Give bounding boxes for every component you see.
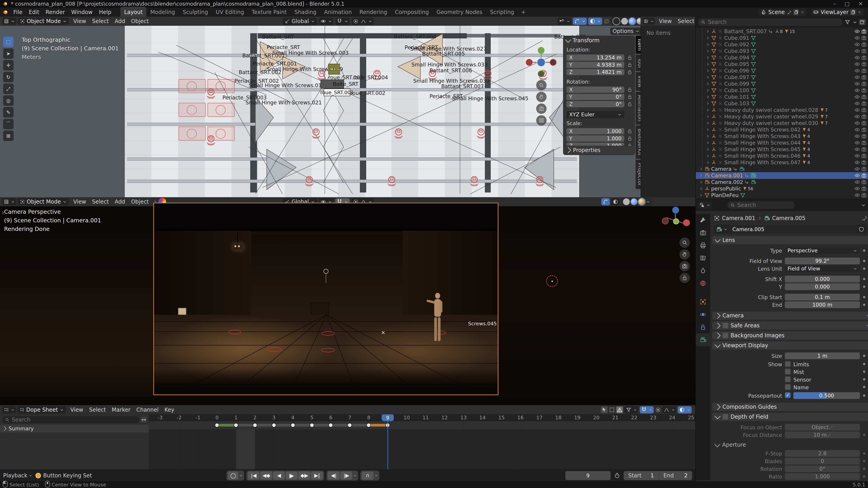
workspace-tab-modeling[interactable]: Modeling — [147, 7, 179, 18]
outliner-row[interactable]: Cube.100 — [696, 87, 868, 94]
lock-icon[interactable] — [627, 69, 632, 75]
animate-dot[interactable] — [863, 286, 865, 288]
disable-render-icon[interactable] — [861, 160, 867, 165]
shading-solid-button[interactable] — [623, 198, 630, 205]
editor-type-button[interactable] — [2, 198, 16, 205]
shading-rendered-button[interactable] — [638, 198, 645, 205]
datablock-type-button[interactable] — [714, 225, 730, 234]
outliner-row[interactable]: Battant_SRT.007815 — [696, 28, 868, 35]
snap-toggle[interactable] — [335, 18, 350, 25]
workspace-tab-layout[interactable]: Layout — [121, 7, 146, 18]
camera-frame[interactable]: ✕ Screws.045 — [153, 203, 498, 395]
sidebar-tab-projector[interactable]: Projector — [636, 160, 641, 189]
field-end[interactable]: 1000 m — [785, 301, 860, 308]
panel-checkbox[interactable] — [722, 414, 728, 420]
checkbox-mist[interactable] — [785, 369, 791, 375]
passepartout-checkbox[interactable]: ✓ — [785, 392, 791, 398]
hide-viewport-icon[interactable] — [855, 121, 860, 126]
plan-canvas[interactable]: Battant_SRTPeriacte_SRTSmall Hinge With … — [125, 26, 579, 197]
play-button[interactable]: ▶ — [286, 471, 298, 480]
navigation-gizmo[interactable] — [662, 207, 689, 235]
outliner-row[interactable]: Cube.103 — [696, 100, 868, 107]
tool-scale-button[interactable]: ⤢ — [3, 84, 13, 94]
prev-keyframe-button[interactable]: ◀◆ — [260, 471, 272, 480]
new-collection-icon[interactable] — [859, 19, 866, 25]
lock-icon[interactable] — [627, 87, 632, 92]
panel-header-lens[interactable]: Lens⠿ — [712, 236, 868, 245]
overlays-toggle[interactable] — [611, 198, 620, 205]
animate-dot[interactable] — [863, 434, 865, 436]
rotation-mode-dropdown[interactable]: XYZ Euler — [566, 111, 624, 118]
outliner-row[interactable]: PlanDeFeu — [696, 192, 868, 198]
hide-viewport-icon[interactable] — [855, 114, 860, 119]
breadcrumb-object[interactable]: Camera.001 — [722, 215, 755, 221]
properties-tab-physics[interactable] — [696, 308, 710, 321]
filter-range-icon[interactable] — [141, 417, 147, 423]
properties-search[interactable] — [727, 201, 795, 209]
animate-dot[interactable] — [863, 304, 865, 306]
menu-file[interactable]: File — [10, 8, 25, 16]
use-preview-range-icon[interactable] — [614, 473, 620, 479]
outliner-row[interactable]: Heavy duty swivel caster wheel.0307 — [696, 120, 868, 127]
lock-icon[interactable] — [627, 55, 632, 60]
box-select-icon[interactable] — [609, 407, 615, 413]
current-frame-tag[interactable]: 9 — [381, 414, 394, 421]
outliner-row[interactable]: Camera.002 — [696, 179, 868, 186]
disable-render-icon[interactable] — [861, 140, 867, 145]
disable-render-icon[interactable] — [861, 61, 867, 67]
animate-dot[interactable] — [863, 452, 865, 455]
outliner-row[interactable]: Camera.001 — [696, 172, 868, 179]
sidebar-tab-animation[interactable]: Animation — [636, 92, 641, 125]
disable-render-icon[interactable] — [861, 180, 867, 185]
properties-tab-tool[interactable] — [696, 214, 710, 226]
pin-icon[interactable] — [862, 215, 868, 221]
field-field-of-view[interactable]: 99.2° — [785, 258, 860, 264]
checkbox-name[interactable] — [785, 384, 791, 390]
panel-header-depth-of-field[interactable]: Depth of Field⠿ — [712, 413, 868, 421]
gizmo-z-axis[interactable] — [537, 58, 546, 67]
workspace-tab-animation[interactable]: Animation — [320, 7, 355, 18]
outliner-row[interactable]: Small Hinge With Screws.0444 — [696, 139, 868, 146]
next-keyframe-button[interactable]: ◆▶ — [298, 471, 310, 480]
collapse-icon[interactable] — [565, 37, 571, 43]
outliner-row[interactable]: Cube.099 — [696, 80, 868, 87]
mode-selector[interactable]: Object Mode — [18, 18, 69, 25]
animate-dot[interactable] — [863, 378, 865, 381]
animate-dot[interactable] — [863, 260, 865, 262]
tool-rotate-button[interactable]: ↻ — [3, 72, 13, 82]
menu-select[interactable]: Select — [675, 18, 698, 25]
frame-ruler[interactable]: -7-6-5-4-3-2-101234567891011121314151617… — [149, 414, 695, 421]
lock-view-button[interactable] — [680, 273, 690, 283]
properties-editor-type[interactable] — [698, 201, 712, 209]
transform-scale-y[interactable]: Y1.000 — [566, 135, 624, 142]
gizmo-x-neg[interactable] — [550, 59, 557, 66]
panel-checkbox[interactable] — [722, 323, 728, 328]
menu-window[interactable]: Window — [68, 8, 96, 16]
field-clip-start[interactable]: 0.1 m — [785, 294, 860, 300]
field-size[interactable]: 1 m — [785, 352, 860, 359]
disable-render-icon[interactable] — [861, 88, 867, 93]
presets-icon[interactable]: ⫧⫨ — [867, 323, 868, 328]
panel-header-composition-guides[interactable]: Composition Guides⠿ — [712, 402, 868, 411]
sidebar-tab-tool[interactable]: Tool — [636, 55, 641, 71]
hide-viewport-icon[interactable] — [855, 61, 860, 67]
properties-search-input[interactable] — [737, 202, 792, 208]
lock-icon[interactable] — [627, 62, 632, 68]
shading-wireframe-button[interactable] — [613, 18, 620, 25]
disable-render-icon[interactable] — [861, 133, 867, 139]
animate-dot[interactable] — [863, 370, 865, 373]
lock-icon[interactable] — [627, 94, 632, 100]
transform-location-x[interactable]: X13.254 m — [566, 55, 624, 61]
proportional-icon[interactable] — [655, 407, 661, 413]
outliner-row[interactable]: Small Hinge With Screws.0474 — [696, 159, 868, 166]
close-button[interactable]: ✕ — [855, 0, 866, 8]
hide-viewport-icon[interactable] — [855, 88, 860, 93]
tool-measure-button[interactable]: ⌒ — [3, 119, 13, 129]
shading-material-button[interactable] — [631, 198, 638, 205]
camera-view-button[interactable] — [536, 103, 547, 114]
gizmo-z-axis[interactable] — [672, 207, 679, 214]
disable-render-icon[interactable] — [861, 186, 867, 191]
properties-tab-world[interactable] — [696, 277, 710, 290]
dopesheet-mode-selector[interactable]: Dope Sheet — [17, 406, 66, 414]
presets-icon[interactable]: ⫧⫨ — [867, 313, 868, 318]
